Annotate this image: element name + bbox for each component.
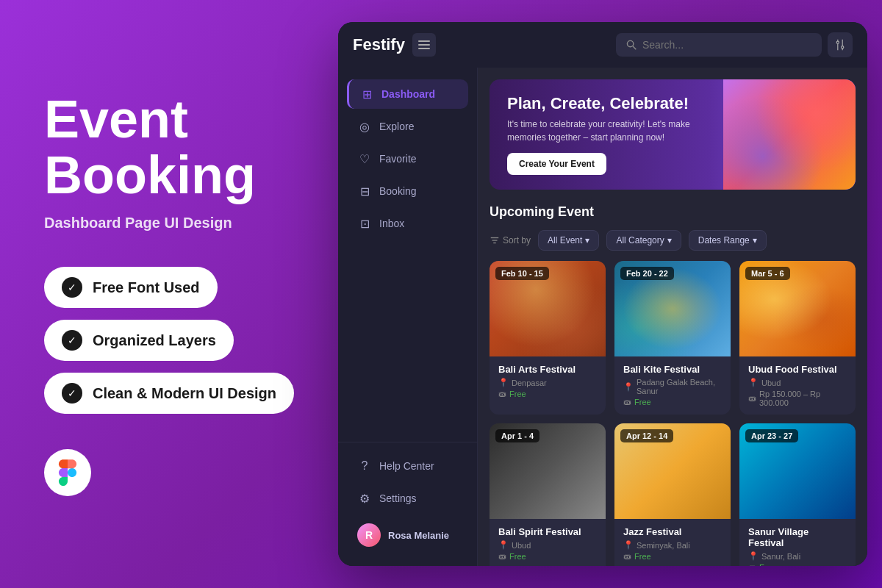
create-event-button[interactable]: Create Your Event: [507, 153, 606, 175]
card-name-2: Bali Kite Festival: [623, 364, 722, 375]
sidebar-item-explore[interactable]: ◎ Explore: [347, 112, 468, 141]
events-grid: Feb 10 - 15 Bali Arts Festival 📍 Denpasa…: [490, 261, 856, 566]
filter-button[interactable]: [828, 32, 853, 57]
feature-free-font: ✓ Free Font Used: [44, 267, 218, 308]
card-location-1: 📍 Denpasar: [498, 378, 597, 387]
menu-button[interactable]: [412, 33, 436, 57]
svg-rect-2: [418, 48, 430, 49]
dashboard-icon: ⊞: [359, 87, 374, 101]
card-location-2: 📍 Padang Galak Beach, Sanur: [623, 378, 722, 395]
sidebar-bottom: ? Help Center ⚙ Settings R Rosa Melanie: [338, 442, 477, 554]
card-name-3: Ubud Food Festival: [748, 364, 847, 375]
sidebar-item-settings[interactable]: ⚙ Settings: [347, 484, 468, 513]
filter-all-category[interactable]: All Category ▾: [606, 230, 681, 251]
sidebar-item-favorite[interactable]: ♡ Favorite: [347, 144, 468, 173]
card-info-1: Bali Arts Festival 📍 Denpasar 🎟 Free: [490, 356, 606, 406]
card-location-5: 📍 Seminyak, Bali: [623, 540, 722, 550]
card-location-3: 📍 Ubud: [748, 378, 847, 387]
card-date-3: Mar 5 - 6: [745, 267, 790, 280]
event-card-2[interactable]: Feb 20 - 22 Bali Kite Festival 📍 Padang …: [614, 261, 731, 415]
card-info-3: Ubud Food Festival 📍 Ubud 🎟 Rp 150.000 –…: [739, 356, 856, 415]
sidebar-label-favorite: Favorite: [379, 153, 417, 165]
card-info-2: Bali Kite Festival 📍 Padang Galak Beach,…: [614, 356, 731, 414]
search-input[interactable]: [642, 39, 811, 51]
price-icon-3: 🎟: [748, 394, 756, 403]
event-card-6[interactable]: Apr 23 - 27 Sanur Village Festival 📍 San…: [739, 423, 856, 566]
card-info-5: Jazz Festival 📍 Seminyak, Bali 🎟 Free: [614, 519, 731, 566]
explore-icon: ◎: [357, 119, 372, 134]
sidebar-item-dashboard[interactable]: ⊞ Dashboard: [347, 79, 468, 109]
card-price-2: 🎟 Free: [623, 398, 722, 406]
price-icon-5: 🎟: [623, 552, 631, 561]
settings-icon: ⚙: [357, 491, 372, 506]
card-date-2: Feb 20 - 22: [620, 267, 674, 280]
svg-point-6: [842, 46, 844, 49]
left-panel: Event Booking Dashboard Page UI Design ✓…: [0, 0, 360, 588]
location-icon-1: 📍: [498, 378, 509, 387]
event-card-1[interactable]: Feb 10 - 15 Bali Arts Festival 📍 Denpasa…: [490, 261, 606, 415]
card-price-3: 🎟 Rp 150.000 – Rp 300.000: [748, 390, 847, 407]
sidebar-label-booking: Booking: [379, 185, 417, 197]
card-image-6: Apr 23 - 27: [739, 423, 856, 519]
feature-clean-ui: ✓ Clean & Modern UI Design: [44, 373, 294, 414]
sidebar-item-inbox[interactable]: ⊡ Inbox: [347, 209, 468, 238]
card-image-4: Apr 1 - 4: [490, 423, 606, 519]
filter-icon: [834, 39, 846, 51]
event-card-5[interactable]: Apr 12 - 14 Jazz Festival 📍 Seminyak, Ba…: [614, 423, 731, 566]
filter-dates-range[interactable]: Dates Range ▾: [689, 230, 767, 251]
dashboard-body: ⊞ Dashboard ◎ Explore ♡ Favorite ⊟ Booki…: [338, 68, 867, 566]
filter-row: Sort by All Event ▾ All Category ▾ Dates…: [490, 230, 856, 251]
sidebar-label-explore: Explore: [379, 121, 414, 132]
section-title: Upcoming Event: [490, 204, 594, 220]
sidebar-label-dashboard: Dashboard: [381, 88, 435, 100]
svg-rect-0: [418, 40, 430, 42]
check-icon-3: ✓: [62, 383, 82, 404]
banner-title: Plan, Create, Celebrate!: [507, 94, 838, 113]
inbox-icon: ⊡: [357, 216, 372, 231]
event-card-4[interactable]: Apr 1 - 4 Bali Spirit Festival 📍 Ubud 🎟 …: [490, 423, 606, 566]
location-icon-4: 📍: [498, 540, 509, 550]
dashboard-panel: Festify: [338, 22, 867, 566]
check-icon-2: ✓: [62, 330, 82, 351]
location-icon-2: 📍: [623, 382, 634, 392]
card-image-5: Apr 12 - 14: [614, 423, 731, 519]
card-price-1: 🎟 Free: [498, 390, 597, 398]
card-image-3: Mar 5 - 6: [739, 261, 856, 356]
location-icon-3: 📍: [748, 378, 759, 387]
sidebar-label-settings: Settings: [379, 492, 417, 504]
price-icon-1: 🎟: [498, 390, 506, 398]
search-bar: [616, 33, 822, 57]
sidebar-label-help: Help Center: [379, 460, 434, 472]
section-header: Upcoming Event: [490, 204, 856, 220]
price-icon-4: 🎟: [498, 552, 506, 561]
card-name-5: Jazz Festival: [623, 526, 722, 537]
svg-line-4: [633, 46, 636, 49]
sidebar-nav: ⊞ Dashboard ◎ Explore ♡ Favorite ⊟ Booki…: [338, 79, 477, 436]
user-profile[interactable]: R Rosa Melanie: [347, 516, 468, 554]
feature-list: ✓ Free Font Used ✓ Organized Layers ✓ Cl…: [44, 267, 316, 414]
subtitle: Dashboard Page UI Design: [44, 215, 316, 232]
avatar: R: [357, 523, 381, 547]
sidebar-label-inbox: Inbox: [379, 218, 404, 229]
help-icon: ?: [357, 459, 372, 473]
card-image-1: Feb 10 - 15: [490, 261, 606, 356]
event-card-3[interactable]: Mar 5 - 6 Ubud Food Festival 📍 Ubud 🎟 Rp…: [739, 261, 856, 415]
banner: Plan, Create, Celebrate! It's time to ce…: [490, 79, 856, 190]
svg-rect-1: [418, 44, 430, 46]
main-title: Event Booking: [44, 92, 316, 203]
booking-icon: ⊟: [357, 184, 372, 198]
check-icon-1: ✓: [62, 277, 82, 298]
dashboard-header: Festify: [338, 22, 867, 68]
search-icon: [626, 40, 637, 50]
sidebar-item-booking[interactable]: ⊟ Booking: [347, 176, 468, 206]
sidebar-item-help[interactable]: ? Help Center: [347, 451, 468, 481]
card-info-6: Sanur Village Festival 📍 Sanur, Bali 🎟 F…: [739, 519, 856, 566]
banner-content: Plan, Create, Celebrate! It's time to ce…: [507, 94, 838, 175]
card-date-5: Apr 12 - 14: [620, 429, 673, 442]
filter-all-event[interactable]: All Event ▾: [538, 230, 599, 251]
card-location-6: 📍 Sanur, Bali: [748, 551, 847, 561]
card-name-1: Bali Arts Festival: [498, 364, 597, 375]
card-date-6: Apr 23 - 27: [745, 429, 798, 442]
feature-label-3: Clean & Modern UI Design: [93, 385, 276, 402]
feature-label-1: Free Font Used: [93, 279, 200, 296]
